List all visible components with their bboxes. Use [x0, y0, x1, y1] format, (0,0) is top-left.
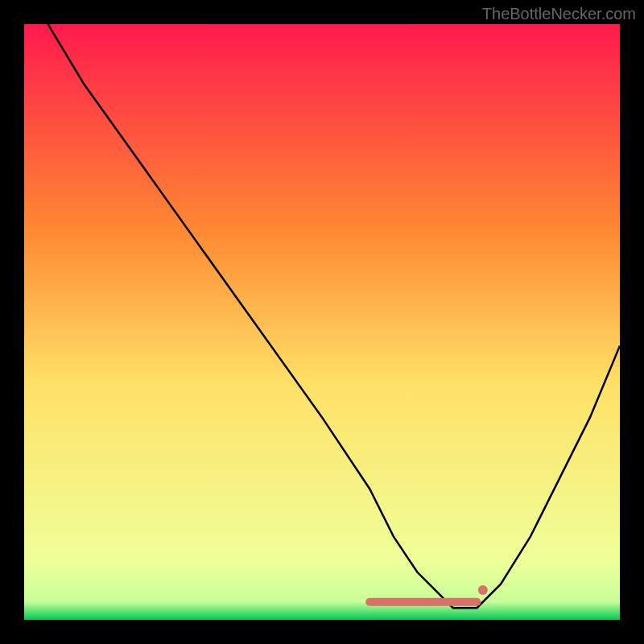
gradient-background — [24, 24, 620, 620]
bottleneck-chart — [24, 24, 620, 620]
chart-container — [24, 24, 620, 620]
watermark-text: TheBottleNecker.com — [482, 5, 636, 23]
optimal-point-dot — [478, 585, 488, 595]
